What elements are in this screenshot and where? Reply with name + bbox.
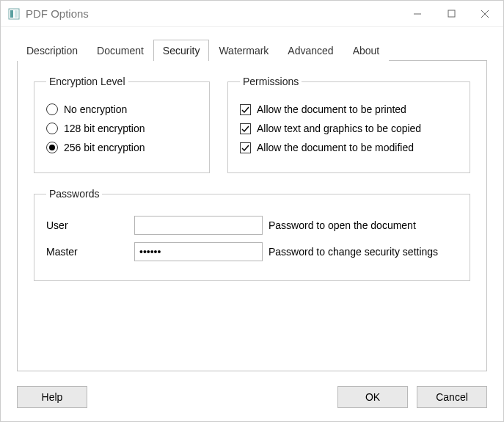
checkbox-label: Allow text and graphics to be copied (257, 123, 421, 134)
svg-rect-2 (15, 10, 18, 18)
maximize-button[interactable] (434, 3, 468, 25)
passwords-legend: Passwords (46, 188, 102, 200)
encryption-legend: Encryption Level (46, 76, 128, 87)
button-label: Cancel (436, 391, 468, 403)
checkbox-icon (240, 142, 251, 153)
tab-advanced[interactable]: Advanced (278, 40, 343, 61)
radio-128bit[interactable]: 128 bit encryption (46, 123, 197, 134)
tab-security[interactable]: Security (153, 40, 210, 61)
user-password-input[interactable] (134, 216, 263, 235)
tab-panel-security: Encryption Level No encryption 128 bit e… (17, 60, 487, 371)
user-password-label: User (46, 219, 134, 231)
tab-label: Description (26, 45, 78, 57)
radio-no-encryption[interactable]: No encryption (46, 103, 197, 115)
tab-label: Watermark (219, 45, 269, 57)
app-icon (8, 8, 20, 20)
permissions-group: Permissions Allow the document to be pri… (227, 76, 470, 173)
content-area: Description Document Security Watermark … (1, 27, 503, 379)
titlebar: PDF Options (1, 1, 503, 27)
encryption-group: Encryption Level No encryption 128 bit e… (34, 76, 210, 173)
checkbox-allow-print[interactable]: Allow the document to be printed (240, 103, 458, 115)
tab-strip: Description Document Security Watermark … (17, 39, 487, 60)
passwords-group: Passwords User Password to open the docu… (34, 188, 470, 281)
tab-about[interactable]: About (343, 40, 390, 61)
checkbox-label: Allow the document to be modified (257, 142, 414, 153)
checkbox-label: Allow the document to be printed (257, 103, 406, 115)
radio-icon (46, 103, 58, 115)
help-button[interactable]: Help (17, 386, 87, 408)
ok-button[interactable]: OK (337, 386, 408, 408)
tab-document[interactable]: Document (87, 40, 153, 61)
window-title: PDF Options (26, 7, 401, 20)
radio-label: 128 bit encryption (64, 123, 145, 134)
close-button[interactable] (468, 3, 502, 25)
window-buttons (401, 3, 502, 25)
cancel-button[interactable]: Cancel (417, 386, 487, 408)
checkbox-icon (240, 123, 251, 134)
radio-256bit[interactable]: 256 bit encryption (46, 142, 197, 153)
pdf-options-dialog: PDF Options Description Document Securit… (0, 0, 504, 422)
radio-icon (46, 123, 58, 134)
tab-description[interactable]: Description (17, 40, 87, 61)
dialog-footer: Help OK Cancel (1, 379, 503, 421)
master-password-hint: Password to change security settings (269, 246, 438, 258)
radio-label: No encryption (64, 103, 127, 115)
checkbox-icon (240, 104, 251, 115)
button-label: Help (42, 391, 63, 403)
tab-label: Security (163, 45, 200, 57)
svg-rect-1 (10, 10, 13, 18)
tab-label: Document (97, 45, 144, 57)
master-password-input[interactable] (134, 242, 263, 261)
minimize-button[interactable] (401, 3, 434, 25)
tab-label: About (353, 45, 380, 57)
button-label: OK (365, 391, 380, 403)
checkbox-allow-copy[interactable]: Allow text and graphics to be copied (240, 123, 458, 134)
svg-rect-4 (448, 10, 455, 17)
radio-icon (46, 142, 58, 153)
radio-label: 256 bit encryption (64, 142, 145, 153)
permissions-legend: Permissions (240, 76, 302, 87)
checkbox-allow-modify[interactable]: Allow the document to be modified (240, 142, 458, 153)
master-password-label: Master (46, 246, 134, 258)
user-password-hint: Password to open the document (269, 219, 416, 231)
tab-watermark[interactable]: Watermark (209, 40, 278, 61)
tab-label: Advanced (288, 45, 333, 57)
